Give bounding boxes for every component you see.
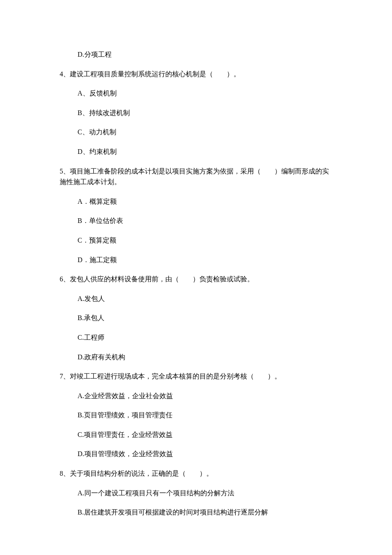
q6-option-a: A.发包人 (78, 293, 332, 304)
q7-option-b: B.页目管理绩效，项目管理责任 (78, 410, 332, 421)
q4-option-d: D、约束机制 (78, 146, 332, 157)
q5-option-d: D．施工定额 (78, 254, 332, 266)
q5-stem: 5、项目施工准备阶段的成本计划是以项目实施方案为依据，采用（ ）编制而形成的实施… (60, 166, 332, 188)
q7-option-c: C.项目管理责任，企业经营效益 (78, 429, 332, 440)
q6-option-d: D.政府有关机构 (78, 352, 332, 363)
q5-option-b: B．单位估价表 (78, 215, 332, 226)
q3-option-d: D.分项工程 (78, 49, 332, 60)
q4-option-a: A、反馈机制 (78, 88, 332, 99)
q5-option-a: A．概算定额 (78, 196, 332, 207)
q8-option-b: B.居住建筑开发项目可根据建设的时间对项目结构进行逐层分解 (78, 507, 332, 518)
q7-stem: 7、对竣工工程进行现场成本，完全成本核算的目的是分别考核（ ）。 (60, 371, 332, 382)
q5-option-c: C．预算定额 (78, 235, 332, 246)
q6-option-b: B.承包人 (78, 312, 332, 324)
q4-option-c: C、动力机制 (78, 127, 332, 138)
q6-stem: 6、发包人供应的材料设备使用前，由（ ）负责检验或试验。 (60, 274, 332, 285)
q8-stem: 8、关于项目结构分析的说法，正确的是（ ）。 (60, 468, 332, 479)
q6-option-c: C.工程师 (78, 332, 332, 343)
q7-option-a: A.企业经营效益，企业社会效益 (78, 390, 332, 402)
q4-option-b: B、持续改进机制 (78, 107, 332, 119)
q4-stem: 4、建设工程项目质量控制系统运行的核心机制是（ ）。 (60, 69, 332, 80)
q8-option-a: A.同一个建设工程项目只有一个项目结构的分解方法 (78, 488, 332, 499)
q7-option-d: D.项目管理绩效，企业经营效益 (78, 448, 332, 460)
